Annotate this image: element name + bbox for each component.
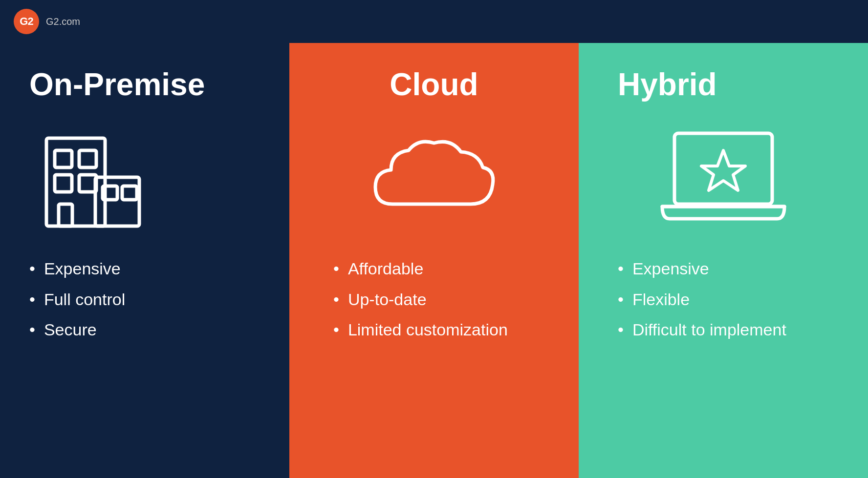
onpremise-icon-area xyxy=(29,121,260,233)
bullet-item: Up-to-date xyxy=(333,289,549,310)
cloud-bullets: Affordable Up-to-date Limited customizat… xyxy=(319,258,549,349)
svg-rect-1 xyxy=(55,150,72,167)
laptop-icon xyxy=(660,126,787,229)
bullet-item: Full control xyxy=(29,289,260,310)
bullet-item: Secure xyxy=(29,319,260,340)
bullet-item: Difficult to implement xyxy=(618,319,839,340)
columns-container: On-Premise Expensive Ful xyxy=(0,43,868,478)
header: G2 G2.com xyxy=(0,0,868,43)
bullet-item: Flexible xyxy=(618,289,839,310)
svg-rect-3 xyxy=(55,175,72,192)
svg-rect-9 xyxy=(674,133,772,204)
g2-logo: G2 xyxy=(14,9,39,34)
svg-rect-2 xyxy=(79,150,96,167)
hybrid-bullets: Expensive Flexible Difficult to implemen… xyxy=(608,258,839,349)
col-cloud: Cloud Affordable Up-to-date Limited cust… xyxy=(289,43,579,478)
cloud-icon-area xyxy=(319,121,549,233)
bullet-item: Affordable xyxy=(333,258,549,279)
bullet-item: Expensive xyxy=(618,258,839,279)
svg-rect-7 xyxy=(122,186,137,200)
svg-rect-8 xyxy=(59,204,72,226)
onpremise-bullets: Expensive Full control Secure xyxy=(29,258,260,349)
bullet-item: Expensive xyxy=(29,258,260,279)
col-onpremise: On-Premise Expensive Ful xyxy=(0,43,289,478)
svg-marker-11 xyxy=(701,150,745,190)
bullet-item: Limited customization xyxy=(333,319,549,340)
building-icon xyxy=(39,124,147,231)
hybrid-title: Hybrid xyxy=(608,67,717,102)
cloud-title: Cloud xyxy=(390,67,478,102)
col-hybrid: Hybrid Expensive Flexible Difficult to i… xyxy=(579,43,868,478)
g2-domain: G2.com xyxy=(46,16,80,27)
onpremise-title: On-Premise xyxy=(29,67,205,102)
cloud-icon xyxy=(366,128,502,226)
hybrid-icon-area xyxy=(608,121,839,233)
